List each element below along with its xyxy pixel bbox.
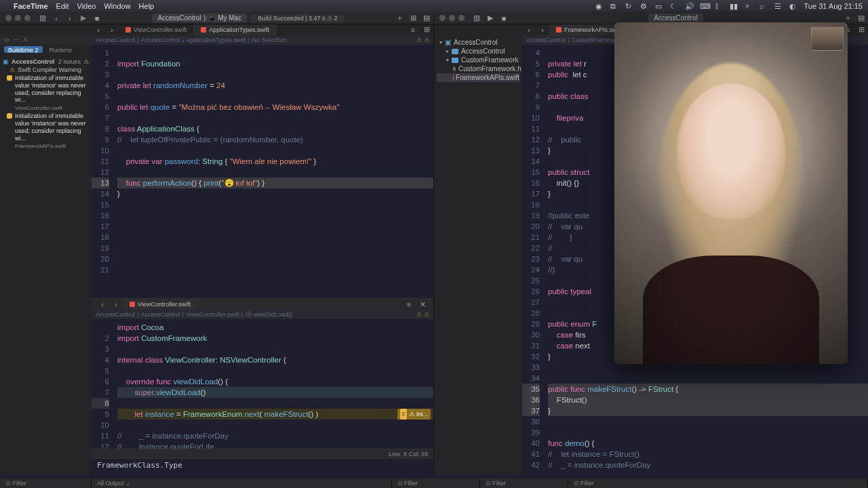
library-icon[interactable]: ⊞ — [406, 14, 420, 23]
window-close-icon[interactable] — [439, 15, 446, 21]
inspector-toggle-icon[interactable]: ▤ — [420, 14, 433, 23]
nav-back-icon[interactable]: ‹ — [92, 25, 105, 35]
code-editor-top[interactable]: 123456789101112131415161718192021 import… — [92, 45, 433, 298]
breadcrumb-bar[interactable]: AccessControl ⟩ AccessControl ⟩ Applicat… — [92, 35, 433, 45]
footer-bm bar: ⊙ Filter All Output ⌄ ⊙ Filter ⊙ Filter … — [0, 479, 868, 488]
window-max-icon[interactable] — [24, 15, 31, 21]
nav-fwd-icon[interactable]: › — [105, 25, 119, 35]
nav-tab-icon[interactable]: ▭ — [4, 37, 9, 43]
xcode-project-icon: ▣ — [445, 39, 451, 46]
editor-tab[interactable]: ApplicationTypes.swift — [194, 24, 277, 35]
breadcrumb-bar[interactable]: AccessControl ⟩ AccessControl ⟩ ViewCont… — [92, 310, 433, 319]
swift-file-icon — [201, 27, 206, 33]
nav-tab-icon[interactable]: ⚠︎ — [23, 37, 28, 43]
swift-file-icon — [130, 302, 135, 307]
menu-edit[interactable]: Edit — [56, 2, 69, 10]
issue-project-row[interactable]: ▣ AccessControl 2 issues ⚠︎ — [3, 57, 89, 66]
sidebar-toggle-icon[interactable]: ▥ — [36, 14, 50, 23]
tree-folder[interactable]: ▾CustomFramework — [437, 56, 519, 64]
menu-help[interactable]: Help — [139, 2, 155, 10]
status-control-center-icon[interactable]: ☰ — [774, 2, 783, 10]
facetime-window[interactable] — [614, 22, 848, 364]
code-editor-bottom[interactable]: 2345678910111213141516 import Cocoa impo… — [92, 319, 433, 449]
status-record-icon[interactable]: ◉ — [595, 2, 604, 10]
editor-tab[interactable]: ViewController.swift — [119, 24, 194, 35]
nav-back-icon[interactable]: ‹ — [522, 25, 536, 35]
status-dropbox-icon[interactable]: ⧉ — [610, 2, 618, 10]
stop-button[interactable]: ■ — [497, 14, 511, 23]
window-max-icon[interactable] — [458, 15, 465, 21]
tree-file[interactable]: FrameworkAPIs.swift — [437, 73, 519, 82]
window-close-icon[interactable] — [5, 15, 12, 21]
window-min-icon[interactable] — [15, 15, 21, 21]
xcode-project-icon: ▣ — [3, 58, 9, 65]
filter-field[interactable]: ⊙ Filter — [0, 479, 92, 488]
status-bluetooth-icon[interactable]: ᛒ — [715, 2, 723, 10]
console-output-selector[interactable]: All Output ⌄ — [92, 479, 392, 488]
line-gutter: 4567891011121314151617181920212223242526… — [522, 45, 544, 474]
macos-menubar: FaceTime Edit Video Window Help ◉ ⧉ ↻ ⚙ … — [0, 0, 868, 12]
editor-menu-icon[interactable]: ≡ — [406, 25, 420, 35]
video-feed — [677, 83, 785, 219]
console-output[interactable]: FrameworkClass.Type — [92, 458, 433, 474]
tree-file[interactable]: hCustomFramework.h — [437, 64, 519, 73]
seg-buildtime[interactable]: Buildtime 2 — [4, 46, 43, 53]
filter-field[interactable]: ⊙ Filter — [392, 479, 480, 488]
run-button[interactable]: ▶ — [484, 14, 497, 23]
status-display-icon[interactable]: ▭ — [655, 2, 663, 10]
issue-group[interactable]: ⚠︎ Swift Compiler Warning — [3, 66, 89, 73]
facetime-pip[interactable] — [811, 26, 844, 51]
menu-video[interactable]: Video — [77, 2, 96, 10]
status-user-icon[interactable]: ◐ — [789, 2, 797, 10]
editor-tab[interactable]: ViewController.swift — [123, 299, 198, 310]
close-split-icon[interactable]: ✕ — [416, 300, 429, 309]
run-button[interactable]: ▶ — [77, 14, 90, 23]
status-wifi-icon[interactable]: ᯤ — [745, 2, 753, 10]
filter-field[interactable]: ⊙ Filter — [480, 479, 568, 488]
status-keyboard-icon[interactable]: ⌨ — [700, 2, 708, 10]
inline-warning-badge[interactable]: 2⚠︎Ini... — [397, 409, 431, 420]
app-name[interactable]: FaceTime — [14, 2, 48, 10]
tree-folder[interactable]: ▸AccessControl — [437, 47, 519, 56]
folder-icon — [452, 49, 458, 54]
filter-field[interactable]: ⊙ Filter — [568, 479, 869, 488]
issue-item[interactable]: Initialization of immutable value 'insta… — [3, 73, 89, 105]
menu-window[interactable]: Window — [104, 2, 130, 10]
stop-button[interactable]: ■ — [90, 14, 104, 23]
editor-split-icon[interactable]: ⊞ — [420, 25, 433, 35]
scheme-selector-right[interactable]: AccessControl — [648, 14, 703, 22]
seg-runtime[interactable]: Runtime — [45, 46, 77, 53]
status-moon-icon[interactable]: ☾ — [670, 2, 678, 10]
tree-project[interactable]: ▾▣AccessControl — [437, 38, 519, 47]
status-sync-icon[interactable]: ↻ — [625, 2, 633, 10]
nav-tab-icon[interactable]: ⋯ — [14, 37, 19, 43]
swift-file-icon — [125, 27, 131, 33]
plus-icon[interactable]: ＋ — [393, 14, 406, 23]
menubar-clock[interactable]: Tue 31 Aug 21:15 — [804, 2, 863, 10]
line-gutter: 2345678910111213141516 — [92, 319, 113, 449]
editor-status-bar: Line: 8 Col: 28 — [92, 449, 433, 458]
nav-fwd-icon[interactable]: › — [63, 14, 77, 23]
inspector-toggle-icon[interactable]: ▤ — [854, 14, 868, 23]
status-battery-icon[interactable]: ▮▮ — [730, 2, 738, 10]
editor-split-icon[interactable]: ⊞ — [854, 25, 868, 35]
code-body[interactable]: import Cocoa import CustomFramework inte… — [113, 319, 433, 449]
issue-item[interactable]: Initialization of immutable value 'insta… — [3, 111, 89, 143]
scheme-selector[interactable]: AccessControl ⟩ 📱 My Mac — [152, 14, 247, 22]
nav-back-icon[interactable]: ‹ — [96, 300, 109, 309]
warning-icon: ⚠︎ — [9, 66, 15, 73]
split-editor-head: ‹ › ViewController.swift ≡ ✕ — [92, 299, 433, 310]
plus-icon[interactable]: ＋ — [841, 14, 854, 23]
nav-back-icon[interactable]: ‹ — [50, 14, 63, 23]
nav-fwd-icon[interactable]: › — [536, 25, 549, 35]
status-search-icon[interactable]: ⌕ — [760, 2, 768, 10]
nav-fwd-icon[interactable]: › — [109, 300, 123, 309]
status-gear-icon[interactable]: ⚙ — [640, 2, 648, 10]
build-status: Build Succeeded | 3.47 s ⚠︎ 2 — [251, 14, 344, 22]
sidebar-toggle-icon[interactable]: ▥ — [470, 14, 484, 23]
editor-menu-icon[interactable]: ≡ — [402, 300, 416, 309]
status-volume-icon[interactable]: 🔊 — [685, 2, 693, 10]
issue-file: ViewController.swift — [3, 105, 89, 111]
window-min-icon[interactable] — [449, 15, 455, 21]
code-body[interactable]: import Foundation private let randomNumb… — [113, 45, 433, 298]
